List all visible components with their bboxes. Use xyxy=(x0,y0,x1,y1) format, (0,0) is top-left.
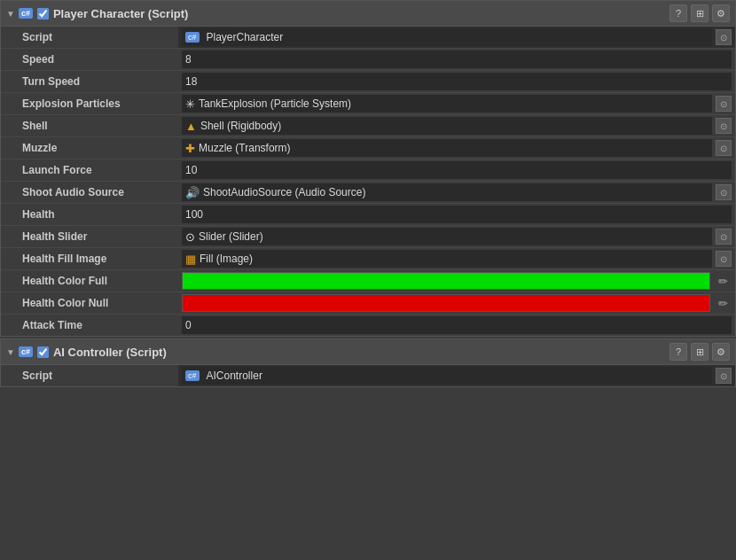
shoot-audio-name: ShootAudioSource (Audio Source) xyxy=(203,186,709,198)
ai-settings-button[interactable]: ⚙ xyxy=(712,343,730,361)
ai-header-icons: ? ⊞ ⚙ xyxy=(669,343,730,361)
script-property-row: Script c# PlayerCharacter ⊙ xyxy=(1,27,735,49)
speed-value xyxy=(178,49,735,70)
script-value: c# PlayerCharacter ⊙ xyxy=(178,27,735,48)
ai-enable-checkbox[interactable] xyxy=(37,346,49,358)
health-fill-image-field[interactable]: ▦ Fill (Image) xyxy=(182,250,712,268)
help-button[interactable]: ? xyxy=(669,4,687,22)
enable-checkbox[interactable] xyxy=(37,8,49,19)
speed-label: Speed xyxy=(1,51,178,68)
muzzle-field[interactable]: ✚ Muzzle (Transform) xyxy=(182,139,712,157)
health-slider-field[interactable]: ⊙ Slider (Slider) xyxy=(182,228,712,245)
health-color-null-value: ✏ xyxy=(178,292,735,314)
muzzle-object-name: Muzzle (Transform) xyxy=(199,142,709,154)
ai-component-title: AI Controller (Script) xyxy=(53,346,669,359)
health-color-null-row: Health Color Null ✏ xyxy=(1,292,735,315)
muzzle-select-button[interactable]: ⊙ xyxy=(716,140,732,156)
health-fill-image-label: Health Fill Image xyxy=(1,250,178,268)
health-slider-select-button[interactable]: ⊙ xyxy=(716,229,732,245)
ai-controller-header: ▼ c# AI Controller (Script) ? ⊞ ⚙ xyxy=(1,339,735,365)
launch-force-value xyxy=(178,159,735,181)
ai-layout-button[interactable]: ⊞ xyxy=(691,343,709,361)
shell-select-button[interactable]: ⊙ xyxy=(716,118,732,134)
health-fill-image-name: Fill (Image) xyxy=(200,253,709,265)
ai-controller-component: ▼ c# AI Controller (Script) ? ⊞ ⚙ Script… xyxy=(0,338,736,387)
collapse-arrow[interactable]: ▼ xyxy=(6,9,15,19)
turn-speed-property-row: Turn Speed xyxy=(1,71,735,93)
speed-property-row: Speed xyxy=(1,49,735,71)
player-character-component: ▼ c# Player Character (Script) ? ⊞ ⚙ Scr… xyxy=(0,0,736,337)
ai-script-select-button[interactable]: ⊙ xyxy=(716,368,732,384)
shoot-audio-select-button[interactable]: ⊙ xyxy=(716,184,732,200)
health-slider-name: Slider (Slider) xyxy=(199,230,709,243)
script-select-button[interactable]: ⊙ xyxy=(716,29,732,45)
settings-button[interactable]: ⚙ xyxy=(712,4,730,22)
shell-value: ▲ Shell (Rigidbody) ⊙ xyxy=(178,115,735,136)
header-icons: ? ⊞ ⚙ xyxy=(669,4,730,22)
particle-icon: ✳ xyxy=(185,97,195,111)
audio-icon: 🔊 xyxy=(185,186,200,199)
health-input[interactable] xyxy=(182,206,732,223)
health-color-full-field: ✏ xyxy=(182,272,732,290)
shell-field[interactable]: ▲ Shell (Rigidbody) xyxy=(182,117,712,135)
shoot-audio-source-label: Shoot Audio Source xyxy=(1,183,178,201)
ai-script-row: Script c# AIController ⊙ xyxy=(1,365,735,386)
shoot-audio-source-row: Shoot Audio Source 🔊 ShootAudioSource (A… xyxy=(1,182,735,204)
speed-input[interactable] xyxy=(182,51,732,68)
health-color-full-value: ✏ xyxy=(178,270,735,292)
turn-speed-label: Turn Speed xyxy=(1,73,178,90)
layout-button[interactable]: ⊞ xyxy=(691,4,709,22)
ai-script-object-name: AIController xyxy=(207,369,709,382)
cs-badge: c# xyxy=(19,8,33,19)
launch-force-input[interactable] xyxy=(182,161,732,179)
health-slider-label: Health Slider xyxy=(1,228,178,245)
explosion-particles-row: Explosion Particles ✳ TankExplosion (Par… xyxy=(1,93,735,115)
ai-cs-badge: c# xyxy=(19,346,33,357)
muzzle-value: ✚ Muzzle (Transform) ⊙ xyxy=(178,137,735,159)
explosion-particles-label: Explosion Particles xyxy=(1,95,178,113)
image-icon: ▦ xyxy=(185,253,196,266)
attack-time-value xyxy=(178,315,735,336)
shell-label: Shell xyxy=(1,117,178,135)
shell-icon: ▲ xyxy=(185,120,197,133)
health-fill-image-row: Health Fill Image ▦ Fill (Image) ⊙ xyxy=(1,248,735,270)
health-color-null-label: Health Color Null xyxy=(1,294,178,312)
launch-force-label: Launch Force xyxy=(1,161,178,179)
attack-time-row: Attack Time xyxy=(1,315,735,336)
attack-time-input[interactable] xyxy=(182,316,732,334)
health-slider-value: ⊙ Slider (Slider) ⊙ xyxy=(178,226,735,247)
explosion-particles-value: ✳ TankExplosion (Particle System) ⊙ xyxy=(178,93,735,114)
health-fill-select-button[interactable]: ⊙ xyxy=(716,251,732,267)
shoot-audio-source-value: 🔊 ShootAudioSource (Audio Source) ⊙ xyxy=(178,182,735,203)
health-value xyxy=(178,204,735,225)
ai-script-type-icon: c# xyxy=(185,370,200,381)
explosion-particles-field[interactable]: ✳ TankExplosion (Particle System) xyxy=(182,95,712,113)
health-color-null-field: ✏ xyxy=(182,294,732,312)
health-color-null-edit-icon[interactable]: ✏ xyxy=(714,294,732,312)
explosion-select-button[interactable]: ⊙ xyxy=(716,96,732,112)
script-type-icon: c# xyxy=(185,32,200,43)
health-color-full-edit-icon[interactable]: ✏ xyxy=(714,272,732,290)
slider-icon: ⊙ xyxy=(185,230,195,244)
ai-script-label: Script xyxy=(1,367,178,385)
shell-object-name: Shell (Rigidbody) xyxy=(200,120,709,132)
script-object-name: PlayerCharacter xyxy=(207,31,709,43)
health-color-full-label: Health Color Full xyxy=(1,272,178,290)
ai-collapse-arrow[interactable]: ▼ xyxy=(6,347,15,357)
health-color-full-swatch[interactable] xyxy=(182,272,710,290)
health-label: Health xyxy=(1,206,178,223)
health-color-null-swatch[interactable] xyxy=(182,294,710,312)
attack-time-label: Attack Time xyxy=(1,316,178,334)
player-character-header: ▼ c# Player Character (Script) ? ⊞ ⚙ xyxy=(1,1,735,27)
ai-help-button[interactable]: ? xyxy=(669,343,687,361)
shell-property-row: Shell ▲ Shell (Rigidbody) ⊙ xyxy=(1,115,735,137)
shoot-audio-field[interactable]: 🔊 ShootAudioSource (Audio Source) xyxy=(182,183,712,201)
ai-script-field[interactable]: c# AIController xyxy=(182,367,712,385)
turn-speed-input[interactable] xyxy=(182,73,732,90)
muzzle-label: Muzzle xyxy=(1,139,178,157)
muzzle-icon: ✚ xyxy=(185,142,195,155)
turn-speed-value xyxy=(178,71,735,92)
ai-script-value: c# AIController ⊙ xyxy=(178,365,735,386)
script-field[interactable]: c# PlayerCharacter xyxy=(182,28,712,46)
launch-force-property-row: Launch Force xyxy=(1,159,735,182)
